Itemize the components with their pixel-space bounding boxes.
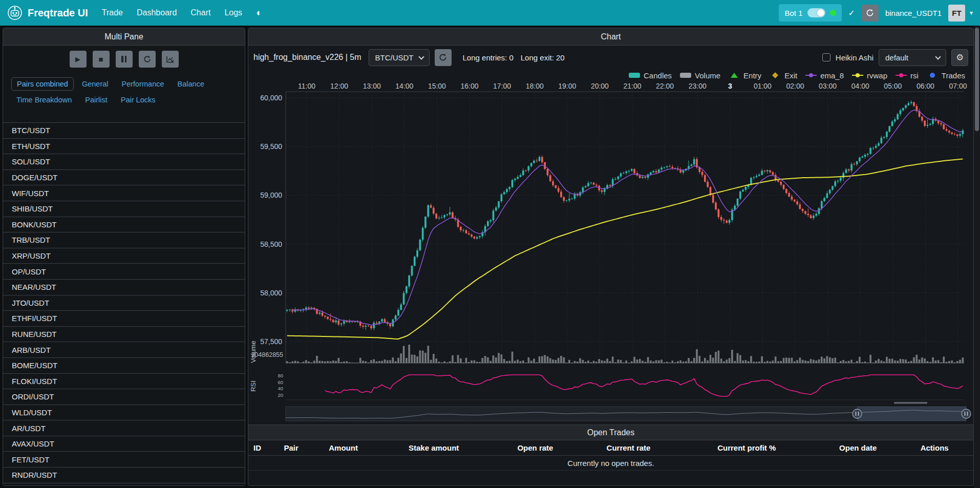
pair-row-bonk-usdt[interactable]: BONK/USDT: [3, 217, 245, 233]
user-menu-caret-icon[interactable]: ▾: [970, 9, 973, 16]
tab-pairs-combined[interactable]: Pairs combined: [11, 77, 74, 91]
pair-row-doge-usdt[interactable]: DOGE/USDT: [3, 170, 245, 186]
tab-pairlist[interactable]: Pairlist: [80, 94, 113, 106]
stop-icon: ■: [98, 55, 103, 63]
legend-label: Entry: [743, 71, 761, 80]
rsi-tick: 60: [278, 379, 283, 385]
time-tick: 03:00: [819, 82, 837, 90]
bot-status-dot: [830, 10, 836, 16]
legend-marker: [851, 72, 864, 79]
play-icon: ▶: [75, 55, 80, 63]
pair-row-dot-usdt[interactable]: DOT/USDT: [3, 483, 245, 485]
pair-row-near-usdt[interactable]: NEAR/USDT: [3, 280, 245, 295]
pair-row-ar-usdt[interactable]: AR/USDT: [3, 420, 245, 436]
page-scrollbar-thumb[interactable]: [975, 28, 979, 131]
theme-toggle-icon[interactable]: ◐: [256, 7, 262, 18]
rvwap-line: [287, 159, 963, 339]
time-tick: 23:00: [689, 82, 707, 90]
long-exits-label: Long exit: 20: [521, 53, 565, 62]
navbar-right: Bot 1 ✓ binance_USDT1 FT ▾: [779, 4, 973, 22]
col-id: ID: [248, 443, 279, 452]
col-stake-amount: Stake amount: [403, 443, 512, 452]
volume-axis-label: 204862855: [251, 351, 283, 358]
tab-general[interactable]: General: [77, 78, 114, 90]
pair-row-rune-usdt[interactable]: RUNE/USDT: [3, 327, 245, 343]
page-scrollbar[interactable]: [974, 26, 980, 488]
legend-marker: [728, 72, 740, 79]
bot-online-toggle[interactable]: [807, 8, 825, 17]
pair-row-avax-usdt[interactable]: AVAX/USDT: [3, 436, 245, 452]
tab-time-breakdown[interactable]: Time Breakdown: [11, 94, 77, 106]
nav-item-chart[interactable]: Chart: [190, 8, 210, 17]
pair-row-shib-usdt[interactable]: SHIB/USDT: [3, 201, 245, 217]
chart-panel: Chart high_frog_binance_v226 | 5m BTC/US…: [248, 28, 974, 486]
legend-item-rsi[interactable]: rsi: [895, 71, 919, 80]
nav-item-logs[interactable]: Logs: [224, 8, 242, 17]
heikin-ashi-label: Heikin Ashi: [836, 53, 874, 62]
pair-row-xrp-usdt[interactable]: XRP/USDT: [3, 248, 245, 264]
stop-button[interactable]: ■: [93, 51, 110, 68]
refresh-button[interactable]: [139, 51, 156, 68]
pair-row-sol-usdt[interactable]: SOL/USDT: [3, 154, 245, 170]
time-tick: 15:00: [428, 82, 446, 90]
legend-item-trades[interactable]: Trades: [926, 71, 965, 80]
pair-row-btc-usdt[interactable]: BTC/USDT: [3, 123, 245, 139]
play-button[interactable]: ▶: [70, 51, 87, 68]
navigator-right-handle[interactable]: [962, 409, 971, 418]
tab-performance[interactable]: Performance: [117, 78, 169, 90]
tab-balance[interactable]: Balance: [173, 78, 209, 90]
legend-item-rvwap[interactable]: rvwap: [851, 71, 887, 80]
legend-item-ema-8[interactable]: ema_8: [805, 71, 844, 80]
time-tick: 11:00: [298, 82, 315, 90]
legend-item-volume[interactable]: Volume: [679, 71, 720, 80]
pair-row-trb-usdt[interactable]: TRB/USDT: [3, 232, 245, 248]
pair-row-eth-usdt[interactable]: ETH/USDT: [3, 139, 245, 155]
pair-row-floki-usdt[interactable]: FLOKI/USDT: [3, 374, 245, 390]
pair-row-fet-usdt[interactable]: FET/USDT: [3, 452, 245, 468]
pair-row-ethfi-usdt[interactable]: ETHFI/USDT: [3, 311, 245, 327]
global-refresh-button[interactable]: [862, 5, 879, 22]
time-tick: 04:00: [851, 82, 869, 90]
navigator-left-handle[interactable]: [853, 409, 862, 418]
pair-row-rndr-usdt[interactable]: RNDR/USDT: [3, 468, 245, 483]
brand[interactable]: Freqtrade UI: [7, 5, 88, 20]
legend-item-entry[interactable]: Entry: [728, 71, 761, 80]
legend-label: rsi: [910, 71, 919, 80]
candles-layer[interactable]: [286, 100, 964, 330]
pair-row-ordi-usdt[interactable]: ORDI/USDT: [3, 389, 245, 405]
pair-list: BTC/USDTETH/USDTSOL/USDTDOGE/USDTWIF/USD…: [3, 122, 245, 485]
pair-row-op-usdt[interactable]: OP/USDT: [3, 264, 245, 280]
legend-item-candles[interactable]: Candles: [628, 71, 672, 80]
legend-label: Exit: [784, 71, 797, 80]
legend-marker: [679, 72, 692, 79]
plot-settings-button[interactable]: ⚙: [951, 49, 968, 66]
nav-item-dashboard[interactable]: Dashboard: [137, 8, 177, 17]
pair-select[interactable]: BTC/USDT: [369, 49, 430, 66]
pair-row-jto-usdt[interactable]: JTO/USDT: [3, 295, 245, 311]
legend-label: Volume: [695, 71, 720, 80]
heikin-ashi-checkbox[interactable]: [822, 53, 830, 61]
chart-navigator[interactable]: [286, 402, 971, 421]
pair-row-bome-usdt[interactable]: BOME/USDT: [3, 358, 245, 374]
col-current-rate: Current rate: [602, 443, 713, 452]
col-actions: Actions: [915, 443, 973, 452]
multi-pane-panel: Multi Pane ▶■ Pairs combinedGeneralPerfo…: [3, 28, 245, 486]
price-chart[interactable]: 11:0012:0013:0014:0015:0016:0017:0018:00…: [248, 81, 973, 425]
user-avatar[interactable]: FT: [948, 5, 965, 22]
pair-row-wif-usdt[interactable]: WIF/USDT: [3, 185, 245, 201]
legend-item-exit[interactable]: Exit: [769, 71, 797, 80]
plot-config-select[interactable]: default: [879, 49, 946, 66]
col-pair: Pair: [279, 443, 324, 452]
navigator-range-indicator: [894, 402, 927, 404]
bot-selector[interactable]: Bot 1: [779, 4, 841, 22]
pair-row-arb-usdt[interactable]: ARB/USDT: [3, 342, 245, 358]
tab-pair-locks[interactable]: Pair Locks: [116, 94, 161, 106]
chart-refresh-button[interactable]: [435, 49, 452, 66]
nav-item-trade[interactable]: Trade: [102, 8, 123, 17]
pair-row-wld-usdt[interactable]: WLD/USDT: [3, 405, 245, 421]
time-tick: 12:00: [330, 82, 348, 90]
chart-clear-button[interactable]: [162, 51, 179, 68]
rsi-pane-label: RSI: [249, 380, 257, 392]
navigator-selected-range[interactable]: [857, 407, 966, 421]
pause-button[interactable]: [116, 51, 133, 68]
